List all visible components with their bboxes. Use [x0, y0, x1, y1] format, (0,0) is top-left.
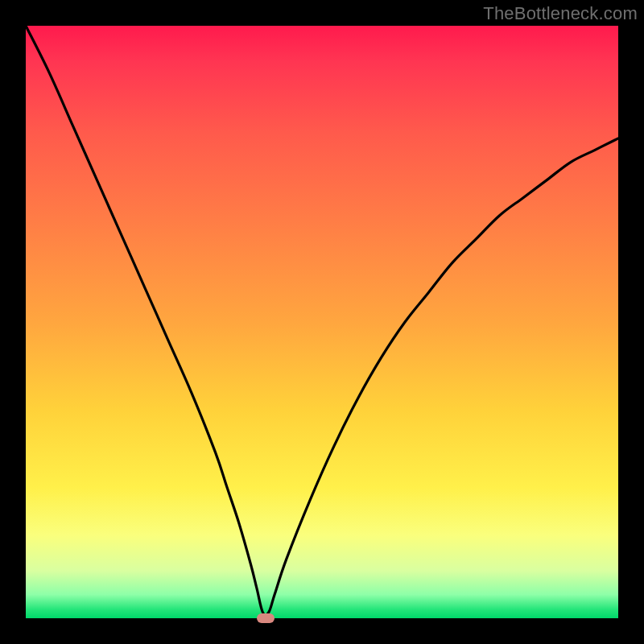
chart-frame: TheBottleneck.com	[0, 0, 644, 644]
watermark-text: TheBottleneck.com	[483, 3, 638, 24]
bottleneck-curve	[26, 26, 618, 618]
min-marker	[257, 613, 275, 623]
plot-area	[26, 26, 618, 618]
